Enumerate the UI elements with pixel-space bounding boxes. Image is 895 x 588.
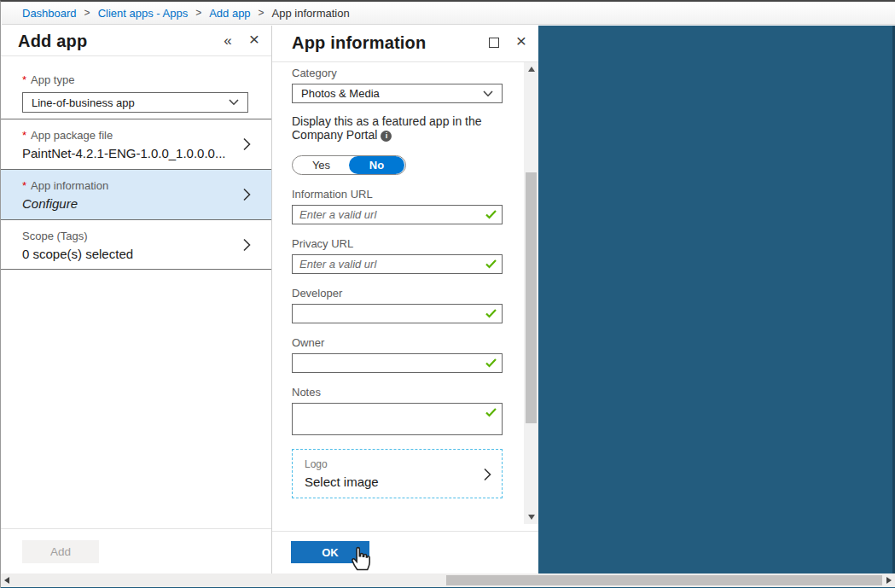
close-blade-icon[interactable]: × bbox=[516, 33, 526, 49]
notes-label: Notes bbox=[292, 386, 503, 399]
category-dropdown[interactable]: Photos & Media bbox=[292, 84, 503, 103]
developer-label: Developer bbox=[292, 287, 503, 300]
category-label: Category bbox=[292, 67, 503, 79]
chevron-right-icon bbox=[243, 137, 251, 151]
header-divider bbox=[1, 55, 271, 56]
owner-input[interactable] bbox=[292, 353, 503, 373]
owner-label: Owner bbox=[292, 336, 503, 349]
add-app-title: Add app bbox=[18, 32, 206, 51]
valid-check-icon bbox=[485, 259, 497, 269]
chevron-right-icon bbox=[243, 238, 251, 252]
app-information-header: App information × bbox=[272, 26, 538, 53]
toggle-no[interactable]: No bbox=[349, 156, 404, 174]
breadcrumb-client-apps[interactable]: Client apps - Apps bbox=[98, 7, 189, 20]
app-information-form: Category Photos & Media Display this as … bbox=[272, 62, 524, 524]
required-asterisk: * bbox=[22, 129, 26, 142]
valid-check-icon bbox=[485, 210, 497, 219]
required-asterisk: * bbox=[22, 179, 26, 192]
wizard-steps: *App package file PaintNet-4.2.1-ENG-1.0… bbox=[1, 119, 271, 270]
featured-app-toggle[interactable]: Yes No bbox=[292, 155, 406, 175]
developer-field: Developer bbox=[292, 287, 503, 323]
breadcrumb-separator: > bbox=[84, 7, 90, 19]
notes-input[interactable] bbox=[292, 403, 503, 435]
required-asterisk: * bbox=[22, 73, 26, 86]
category-field: Category Photos & Media bbox=[292, 67, 503, 103]
info-icon[interactable]: i bbox=[381, 131, 392, 142]
step-scope-tags[interactable]: Scope (Tags) 0 scope(s) selected bbox=[1, 219, 271, 270]
valid-check-icon bbox=[485, 309, 497, 318]
privacy-url-input[interactable] bbox=[292, 254, 503, 274]
scrollbar-thumb[interactable] bbox=[526, 172, 537, 423]
logo-select[interactable]: Logo Select image bbox=[292, 449, 503, 498]
horizontal-scrollbar[interactable] bbox=[1, 573, 895, 587]
scroll-right-arrow[interactable] bbox=[883, 573, 895, 587]
notes-field: Notes bbox=[292, 386, 503, 435]
step-value: Configure bbox=[22, 196, 250, 211]
step-value: 0 scope(s) selected bbox=[22, 247, 250, 261]
collapse-blade-icon[interactable]: « bbox=[224, 32, 231, 49]
breadcrumb-dashboard[interactable]: Dashboard bbox=[22, 7, 77, 20]
developer-input[interactable] bbox=[292, 304, 503, 323]
step-app-information[interactable]: *App information Configure bbox=[1, 169, 271, 219]
featured-app-label: Display this as a featured app in the Co… bbox=[292, 114, 488, 142]
close-blade-icon[interactable]: × bbox=[249, 32, 259, 47]
dashboard-background bbox=[538, 26, 892, 573]
chevron-down-icon bbox=[483, 90, 493, 97]
scroll-down-arrow[interactable] bbox=[524, 510, 538, 524]
add-button[interactable]: Add bbox=[22, 540, 99, 563]
valid-check-icon bbox=[485, 358, 497, 368]
step-value: PaintNet-4.2.1-ENG-1.0.0_1.0.0.0... bbox=[22, 146, 250, 160]
app-type-group: *App type Line-of-business app bbox=[22, 73, 248, 113]
scroll-up-arrow[interactable] bbox=[524, 62, 538, 76]
step-app-package-file[interactable]: *App package file PaintNet-4.2.1-ENG-1.0… bbox=[1, 119, 271, 169]
breadcrumb: Dashboard > Client apps - Apps > Add app… bbox=[2, 2, 895, 25]
app-type-label: *App type bbox=[22, 73, 248, 86]
logo-value: Select image bbox=[305, 474, 490, 489]
privacy-url-label: Privacy URL bbox=[292, 237, 503, 250]
information-url-label: Information URL bbox=[292, 188, 503, 201]
mouse-cursor-hand bbox=[348, 543, 374, 572]
breadcrumb-separator: > bbox=[259, 7, 264, 19]
app-type-dropdown[interactable]: Line-of-business app bbox=[22, 92, 248, 113]
valid-check-icon bbox=[485, 408, 497, 417]
breadcrumb-separator: > bbox=[195, 7, 201, 19]
information-url-field: Information URL bbox=[292, 188, 503, 224]
chevron-down-icon bbox=[229, 99, 239, 106]
breadcrumb-current: App information bbox=[272, 7, 350, 20]
toggle-yes[interactable]: Yes bbox=[293, 156, 350, 174]
add-app-blade: Add app « × *App type Line-of-business a… bbox=[1, 26, 272, 573]
app-information-footer: OK bbox=[272, 531, 538, 573]
add-app-footer: Add bbox=[1, 528, 271, 573]
chevron-right-icon bbox=[484, 468, 491, 481]
logo-label: Logo bbox=[305, 458, 490, 470]
add-app-header: Add app « × bbox=[1, 26, 271, 51]
maximize-blade-icon[interactable] bbox=[489, 38, 499, 48]
scroll-left-arrow[interactable] bbox=[1, 573, 13, 587]
vertical-scrollbar[interactable] bbox=[524, 62, 538, 524]
app-information-blade: App information × Category Photos & Medi… bbox=[272, 26, 538, 573]
chevron-right-icon bbox=[243, 188, 251, 201]
information-url-input[interactable] bbox=[292, 205, 503, 224]
breadcrumb-add-app[interactable]: Add app bbox=[209, 7, 250, 20]
app-window: Dashboard > Client apps - Apps > Add app… bbox=[0, 0, 895, 588]
scrollbar-thumb[interactable] bbox=[446, 575, 882, 585]
app-information-title: App information bbox=[292, 33, 472, 53]
privacy-url-field: Privacy URL bbox=[292, 237, 503, 274]
owner-field: Owner bbox=[292, 336, 503, 373]
